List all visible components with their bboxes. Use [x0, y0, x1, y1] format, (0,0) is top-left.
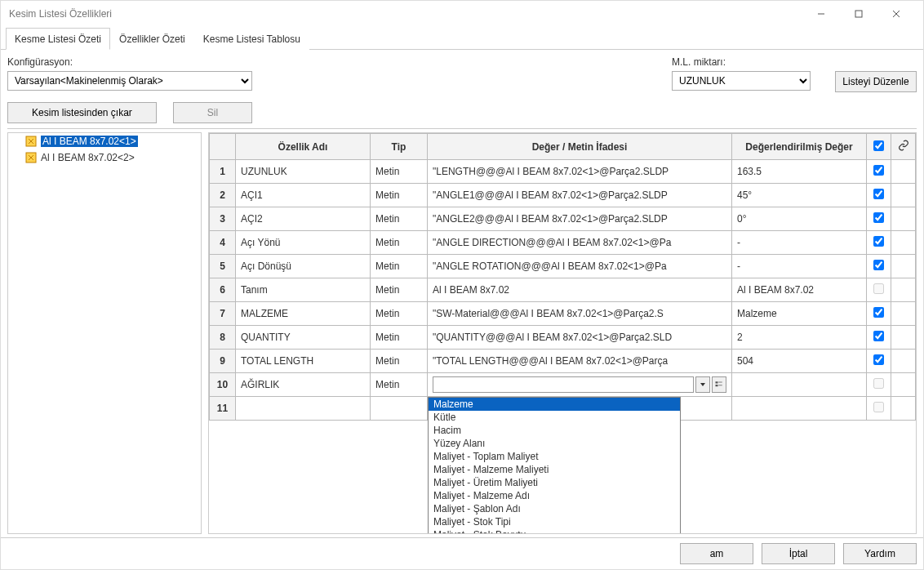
dropdown-option[interactable]: Maliyet - Şablon Adı — [429, 502, 680, 515]
table-row[interactable]: 5Açı DönüşüMetin"ANGLE ROTATION@@@Al I B… — [210, 255, 916, 278]
col-value[interactable]: Değer / Metin İfadesi — [428, 134, 732, 160]
tab-0[interactable]: Kesme Listesi Özeti — [6, 28, 110, 50]
cell-check[interactable] — [867, 302, 891, 326]
header-checkbox[interactable] — [873, 140, 884, 151]
dropdown-option[interactable]: Hacim — [429, 424, 680, 437]
dropdown-option[interactable]: Yüzey Alanı — [429, 437, 680, 450]
cell-type[interactable]: Metin — [371, 350, 428, 373]
dropdown-option[interactable]: Maliyet - Malzeme Maliyeti — [429, 463, 680, 476]
cell-link[interactable] — [891, 160, 916, 184]
cell-type[interactable]: Metin — [371, 255, 428, 278]
table-row[interactable]: 2AÇI1Metin"ANGLE1@@@Al I BEAM 8x7.02<1>@… — [210, 184, 916, 207]
row-checkbox[interactable] — [873, 165, 884, 176]
cell-value[interactable]: "ANGLE1@@@Al I BEAM 8x7.02<1>@Parça2.SLD… — [428, 184, 732, 207]
cell-check[interactable] — [867, 255, 891, 278]
cell-link[interactable] — [891, 278, 916, 302]
tab-2[interactable]: Kesme Listesi Tablosu — [194, 28, 309, 50]
cell-check[interactable] — [867, 278, 891, 302]
cell-link[interactable] — [891, 302, 916, 326]
cell-type[interactable]: Metin — [371, 302, 428, 326]
cell-type[interactable]: Metin — [371, 184, 428, 207]
config-select[interactable]: Varsayılan<Makinelenmiş Olarak> — [7, 71, 252, 91]
cell-link[interactable] — [891, 350, 916, 373]
row-checkbox[interactable] — [873, 331, 884, 341]
cell-link[interactable] — [891, 207, 916, 231]
dropdown-option[interactable]: Malzeme — [429, 398, 680, 411]
table-row[interactable]: 4Açı YönüMetin"ANGLE DIRECTION@@@Al I BE… — [210, 231, 916, 255]
row-checkbox[interactable] — [873, 354, 884, 365]
table-row[interactable]: 3AÇI2Metin"ANGLE2@@@Al I BEAM 8x7.02<1>@… — [210, 207, 916, 231]
maximize-button[interactable] — [840, 1, 877, 27]
cell-type[interactable]: Metin — [371, 278, 428, 302]
remove-from-list-button[interactable]: Kesim listesinden çıkar — [7, 102, 157, 123]
cell-name[interactable]: UZUNLUK — [236, 160, 371, 184]
cutlist-tree[interactable]: Al I BEAM 8x7.02<1>Al I BEAM 8x7.02<2> — [7, 132, 202, 534]
cell-value[interactable]: "QUANTITY@@@Al I BEAM 8x7.02<1>@Parça2.S… — [428, 326, 732, 350]
cell-type[interactable]: Metin — [371, 160, 428, 184]
edit-list-button[interactable]: Listeyi Düzenle — [835, 71, 917, 92]
cell-name[interactable]: QUANTITY — [236, 326, 371, 350]
dropdown-option[interactable]: Maliyet - Stok Boyutu — [429, 528, 680, 534]
cell-name[interactable]: Açı Yönü — [236, 231, 371, 255]
close-button[interactable] — [877, 1, 915, 27]
row-checkbox[interactable] — [873, 236, 884, 247]
cell-type[interactable] — [371, 397, 428, 421]
row-checkbox[interactable] — [873, 189, 884, 199]
tab-1[interactable]: Özellikler Özeti — [110, 28, 194, 50]
minimize-button[interactable] — [802, 1, 840, 27]
cell-check[interactable] — [867, 160, 891, 184]
cell-type[interactable]: Metin — [371, 207, 428, 231]
dropdown-option[interactable]: Maliyet - Malzeme Adı — [429, 489, 680, 502]
table-row[interactable]: 8QUANTITYMetin"QUANTITY@@@Al I BEAM 8x7.… — [210, 326, 916, 350]
cell-type[interactable]: Metin — [371, 373, 428, 397]
col-type[interactable]: Tip — [371, 134, 428, 160]
cell-check[interactable] — [867, 184, 891, 207]
cell-name[interactable]: Tanım — [236, 278, 371, 302]
cell-type[interactable]: Metin — [371, 326, 428, 350]
col-check[interactable] — [867, 134, 891, 160]
cell-value-editing[interactable] — [428, 373, 732, 397]
cell-value[interactable]: "SW-Material@@@Al I BEAM 8x7.02<1>@Parça… — [428, 302, 732, 326]
cell-name[interactable]: MALZEME — [236, 302, 371, 326]
properties-grid[interactable]: Özellik Adı Tip Değer / Metin İfadesi De… — [209, 133, 916, 421]
cell-value[interactable]: "ANGLE ROTATION@@@Al I BEAM 8x7.02<1>@Pa — [428, 255, 732, 278]
cell-check[interactable] — [867, 373, 891, 397]
cell-name[interactable]: TOTAL LENGTH — [236, 350, 371, 373]
cell-value[interactable]: Al I BEAM 8x7.02 — [428, 278, 732, 302]
tree-item[interactable]: Al I BEAM 8x7.02<2> — [8, 149, 201, 166]
table-row[interactable]: 9TOTAL LENGTHMetin"TOTAL LENGTH@@@Al I B… — [210, 350, 916, 373]
cell-link[interactable] — [891, 326, 916, 350]
cell-name[interactable] — [236, 397, 371, 421]
value-link-button[interactable] — [712, 376, 726, 393]
col-link[interactable] — [891, 134, 916, 160]
help-button[interactable]: Yardım — [843, 543, 917, 564]
value-input[interactable] — [433, 376, 694, 393]
dropdown-option[interactable]: Maliyet - Stok Tipi — [429, 515, 680, 528]
cell-check[interactable] — [867, 326, 891, 350]
cell-check[interactable] — [867, 397, 891, 421]
table-row[interactable]: 7MALZEMEMetin"SW-Material@@@Al I BEAM 8x… — [210, 302, 916, 326]
cancel-button[interactable]: İptal — [762, 543, 835, 564]
cell-link[interactable] — [891, 231, 916, 255]
cell-value[interactable]: "ANGLE DIRECTION@@@Al I BEAM 8x7.02<1>@P… — [428, 231, 732, 255]
cell-check[interactable] — [867, 231, 891, 255]
dropdown-option[interactable]: Maliyet - Toplam Maliyet — [429, 450, 680, 463]
cell-value[interactable]: "TOTAL LENGTH@@@Al I BEAM 8x7.02<1>@Parç… — [428, 350, 732, 373]
cell-link[interactable] — [891, 373, 916, 397]
value-dropdown[interactable]: MalzemeKütleHacimYüzey AlanıMaliyet - To… — [428, 397, 681, 534]
cell-type[interactable]: Metin — [371, 231, 428, 255]
cell-name[interactable]: AĞIRLIK — [236, 373, 371, 397]
row-checkbox[interactable] — [873, 307, 884, 318]
dropdown-option[interactable]: Kütle — [429, 411, 680, 424]
dropdown-option[interactable]: Maliyet - Üretim Maliyeti — [429, 476, 680, 489]
cell-link[interactable] — [891, 255, 916, 278]
cell-check[interactable] — [867, 350, 891, 373]
ok-button[interactable]: am — [680, 543, 753, 564]
table-row[interactable]: 6TanımMetinAl I BEAM 8x7.02Al I BEAM 8x7… — [210, 278, 916, 302]
delete-button[interactable]: Sil — [173, 102, 252, 123]
col-name[interactable]: Özellik Adı — [236, 134, 371, 160]
row-checkbox[interactable] — [873, 212, 884, 223]
cell-link[interactable] — [891, 397, 916, 421]
value-dropdown-toggle[interactable] — [695, 376, 710, 393]
cell-link[interactable] — [891, 184, 916, 207]
